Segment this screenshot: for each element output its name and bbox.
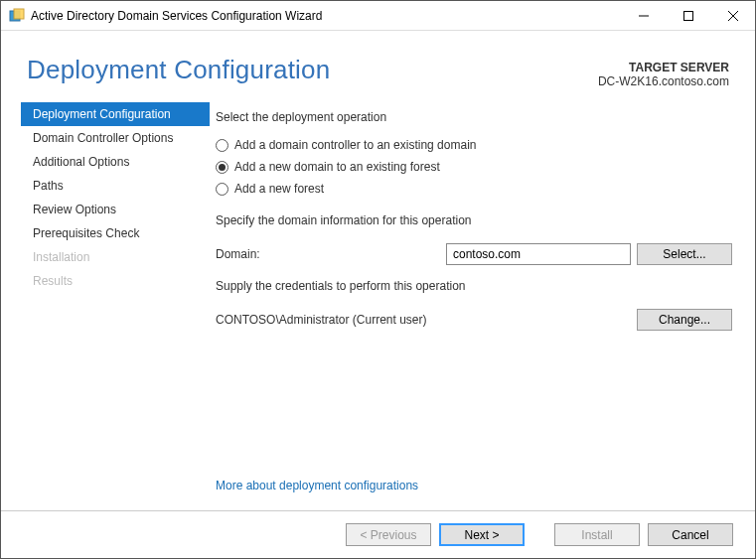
step-paths[interactable]: Paths xyxy=(21,174,210,198)
next-button[interactable]: Next > xyxy=(439,523,525,546)
target-server-label: TARGET SERVER xyxy=(598,61,729,74)
step-results: Results xyxy=(21,269,210,293)
radio-icon-selected xyxy=(216,161,228,174)
credentials-value: CONTOSO\Administrator (Current user) xyxy=(216,313,631,327)
target-server-block: TARGET SERVER DC-W2K16.contoso.com xyxy=(598,55,729,88)
svg-rect-1 xyxy=(14,9,24,19)
main-panel: Select the deployment operation Add a do… xyxy=(210,98,745,510)
select-domain-button[interactable]: Select... xyxy=(637,243,732,265)
radio-add-dc-existing-domain[interactable]: Add a domain controller to an existing d… xyxy=(216,134,733,156)
step-additional-options[interactable]: Additional Options xyxy=(21,150,210,174)
radio-label: Add a new domain to an existing forest xyxy=(234,160,440,174)
window-controls xyxy=(621,1,755,30)
credentials-label: Supply the credentials to perform this o… xyxy=(216,279,733,293)
titlebar: Active Directory Domain Services Configu… xyxy=(1,1,755,31)
radio-icon xyxy=(216,139,228,152)
minimize-button[interactable] xyxy=(621,1,666,30)
domain-field-label: Domain: xyxy=(216,247,446,261)
step-installation: Installation xyxy=(21,245,210,269)
domain-row: Domain: Select... xyxy=(216,243,733,265)
maximize-button[interactable] xyxy=(666,1,710,30)
header: Deployment Configuration TARGET SERVER D… xyxy=(1,31,755,98)
svg-rect-3 xyxy=(683,11,692,20)
wizard-window: Active Directory Domain Services Configu… xyxy=(0,0,756,559)
radio-label: Add a domain controller to an existing d… xyxy=(234,138,476,152)
footer: < Previous Next > Install Cancel xyxy=(1,510,755,558)
more-about-link[interactable]: More about deployment configurations xyxy=(216,479,733,510)
step-prerequisites-check[interactable]: Prerequisites Check xyxy=(21,221,210,245)
body: Deployment Configuration Domain Controll… xyxy=(1,98,755,510)
radio-icon xyxy=(216,183,228,196)
step-domain-controller-options[interactable]: Domain Controller Options xyxy=(21,126,210,150)
select-operation-label: Select the deployment operation xyxy=(216,110,733,124)
previous-button: < Previous xyxy=(346,523,431,546)
app-icon xyxy=(9,8,25,24)
radio-add-new-forest[interactable]: Add a new forest xyxy=(216,178,733,200)
install-button: Install xyxy=(554,523,640,546)
radio-label: Add a new forest xyxy=(234,182,324,196)
window-title: Active Directory Domain Services Configu… xyxy=(31,9,621,23)
sidebar: Deployment Configuration Domain Controll… xyxy=(1,98,210,510)
credentials-row: CONTOSO\Administrator (Current user) Cha… xyxy=(216,309,733,331)
radio-add-domain-existing-forest[interactable]: Add a new domain to an existing forest xyxy=(216,156,733,178)
specify-domain-label: Specify the domain information for this … xyxy=(216,213,733,227)
page-title: Deployment Configuration xyxy=(27,55,598,85)
domain-input[interactable] xyxy=(446,243,631,265)
step-review-options[interactable]: Review Options xyxy=(21,198,210,221)
change-credentials-button[interactable]: Change... xyxy=(637,309,732,331)
close-button[interactable] xyxy=(710,1,755,30)
target-server-value: DC-W2K16.contoso.com xyxy=(598,74,729,88)
step-deployment-configuration[interactable]: Deployment Configuration xyxy=(21,102,210,126)
cancel-button[interactable]: Cancel xyxy=(648,523,733,546)
